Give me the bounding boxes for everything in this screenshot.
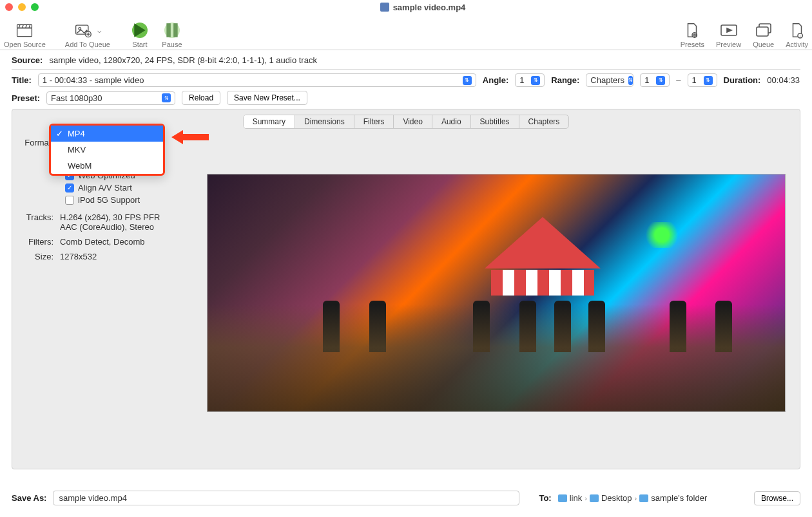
- activity-button[interactable]: i Activity: [786, 21, 808, 48]
- svg-rect-13: [173, 23, 178, 37]
- checkbox-unchecked-icon: [65, 196, 74, 205]
- svg-point-7: [79, 28, 81, 30]
- format-dropdown[interactable]: MP4 MKV WebM: [49, 124, 165, 176]
- svg-rect-19: [757, 27, 768, 36]
- source-row: Source: sample video, 1280x720, 24 FPS, …: [12, 55, 800, 65]
- bottom-bar: Save As: sample video.mp4 To: link › Des…: [0, 485, 812, 517]
- size-value: 1278x532: [60, 252, 188, 261]
- range-to-select[interactable]: 1 ⇅: [688, 73, 717, 87]
- source-value: sample video, 1280x720, 24 FPS, SDR (8-b…: [49, 55, 317, 65]
- activity-icon: i: [787, 21, 807, 39]
- add-to-queue-button[interactable]: ⌵ Add To Queue: [65, 21, 110, 48]
- svg-point-15: [694, 34, 696, 36]
- chevron-updown-icon: ⇅: [704, 76, 713, 85]
- angle-label: Angle:: [483, 75, 508, 85]
- svg-line-3: [23, 24, 24, 28]
- chevron-updown-icon: ⇅: [628, 76, 633, 85]
- tab-summary[interactable]: Summary: [244, 115, 295, 128]
- document-gear-icon: [682, 21, 702, 39]
- svg-rect-0: [17, 28, 32, 37]
- destination-breadcrumb[interactable]: link › Desktop › sample's folder: [558, 493, 708, 503]
- angle-select[interactable]: 1 ⇅: [515, 73, 545, 87]
- range-dash: –: [676, 75, 681, 85]
- window-title: sample video.mp4: [39, 3, 807, 12]
- preset-row: Preset: Fast 1080p30 ⇅ Reload Save New P…: [12, 91, 800, 105]
- svg-rect-12: [166, 23, 171, 37]
- tab-filters[interactable]: Filters: [354, 115, 394, 128]
- range-label: Range:: [551, 75, 579, 85]
- size-label: Size:: [20, 252, 53, 261]
- chevron-updown-icon: ⇅: [531, 76, 540, 85]
- clapperboard-icon: [14, 21, 35, 39]
- toolbar: Open Source ⌵ Add To Queue Start Pause: [0, 14, 812, 50]
- window-controls: [5, 3, 39, 11]
- zoom-window-button[interactable]: [31, 3, 39, 11]
- format-option-mkv[interactable]: MKV: [51, 142, 163, 158]
- title-label: Title:: [12, 75, 32, 85]
- svg-marker-17: [727, 28, 731, 32]
- align-av-checkbox[interactable]: ✓ Align A/V Start: [65, 183, 188, 193]
- folder-icon: [639, 494, 648, 502]
- chevron-right-icon: ›: [585, 494, 587, 502]
- presets-button[interactable]: Presets: [681, 21, 704, 48]
- folder-icon: [590, 494, 599, 502]
- to-label: To:: [539, 493, 551, 503]
- tracks-label: Tracks:: [20, 212, 53, 232]
- window-title-text: sample video.mp4: [393, 3, 466, 12]
- chevron-updown-icon: ⇅: [656, 76, 665, 85]
- save-new-preset-button[interactable]: Save New Preset...: [227, 91, 307, 105]
- title-select[interactable]: 1 - 00:04:33 - sample video ⇅: [38, 73, 476, 87]
- svg-line-2: [19, 24, 21, 28]
- pause-button[interactable]: Pause: [162, 21, 182, 48]
- chevron-updown-icon: ⇅: [162, 93, 171, 102]
- tracks-value: H.264 (x264), 30 FPS PFR AAC (CoreAudio)…: [60, 212, 188, 232]
- open-source-button[interactable]: Open Source: [4, 21, 46, 48]
- svg-line-5: [29, 24, 30, 28]
- save-as-label: Save As:: [12, 493, 46, 503]
- range-from-select[interactable]: 1 ⇅: [640, 73, 670, 87]
- save-as-input[interactable]: sample video.mp4: [53, 491, 519, 505]
- title-row: Title: 1 - 00:04:33 - sample video ⇅ Ang…: [12, 73, 800, 87]
- tab-dimensions[interactable]: Dimensions: [295, 115, 354, 128]
- minimize-window-button[interactable]: [18, 3, 26, 11]
- svg-text:i: i: [800, 34, 800, 38]
- preview-button[interactable]: Preview: [716, 21, 741, 48]
- play-icon: [132, 23, 148, 38]
- preview-thumbnail: [207, 174, 786, 412]
- filters-value: Comb Detect, Decomb: [60, 237, 188, 247]
- tab-audio[interactable]: Audio: [432, 115, 471, 128]
- preview-icon: [719, 21, 739, 39]
- svg-marker-11: [134, 23, 145, 37]
- tab-subtitles[interactable]: Subtitles: [471, 115, 519, 128]
- chevron-updown-icon: ⇅: [463, 76, 472, 85]
- annotation-arrow: [171, 127, 210, 149]
- tab-video[interactable]: Video: [394, 115, 432, 128]
- queue-icon: [753, 21, 774, 39]
- document-icon: [380, 3, 389, 12]
- range-mode-select[interactable]: Chapters ⇅: [586, 73, 633, 87]
- chevron-down-icon[interactable]: ⌵: [97, 26, 102, 35]
- ipod-5g-checkbox[interactable]: iPod 5G Support: [65, 195, 188, 205]
- preset-label: Preset:: [12, 93, 40, 103]
- browse-button[interactable]: Browse...: [754, 491, 800, 505]
- add-picture-icon: [73, 21, 93, 39]
- svg-marker-22: [171, 130, 209, 144]
- duration-value: 00:04:33: [767, 75, 800, 85]
- start-button[interactable]: Start: [130, 21, 150, 48]
- filters-label: Filters:: [20, 237, 53, 247]
- duration-label: Duration:: [724, 75, 761, 85]
- pause-icon: [164, 23, 180, 38]
- checkbox-checked-icon: ✓: [65, 183, 74, 193]
- folder-icon: [558, 494, 567, 502]
- tab-chapters[interactable]: Chapters: [519, 115, 569, 128]
- queue-button[interactable]: Queue: [753, 21, 774, 48]
- source-label: Source:: [12, 55, 43, 65]
- close-window-button[interactable]: [5, 3, 13, 11]
- reload-button[interactable]: Reload: [182, 91, 220, 105]
- svg-line-4: [26, 24, 27, 28]
- title-bar: sample video.mp4: [0, 0, 812, 14]
- chevron-right-icon: ›: [635, 494, 637, 502]
- format-option-webm[interactable]: WebM: [51, 158, 163, 174]
- format-option-mp4[interactable]: MP4: [51, 126, 163, 142]
- preset-select[interactable]: Fast 1080p30 ⇅: [46, 91, 175, 105]
